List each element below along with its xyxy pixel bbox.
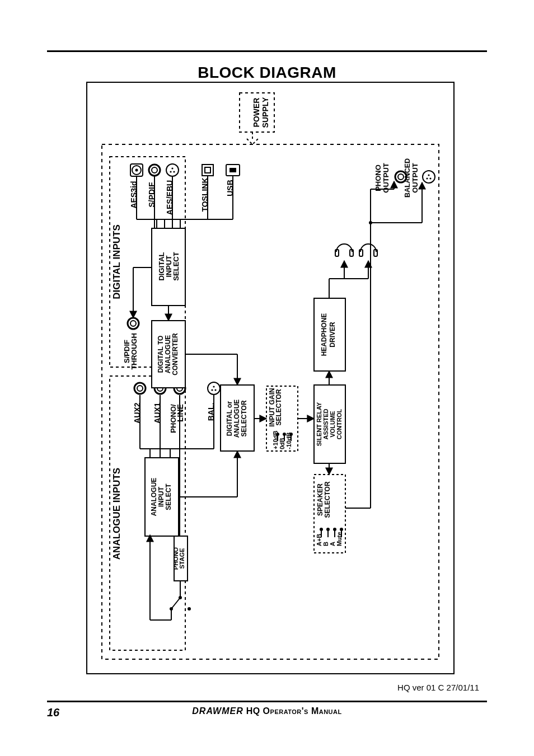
svg-text:A: A <box>329 542 336 546</box>
svg-point-39 <box>211 389 213 391</box>
svg-text:OUTPUT: OUTPUT <box>382 163 390 193</box>
svg-text:ANALOGUE: ANALOGUE <box>150 478 158 516</box>
svg-point-154 <box>423 171 435 183</box>
svg-point-15 <box>166 164 179 176</box>
svg-point-9 <box>135 169 138 172</box>
svg-text:INPUT: INPUT <box>157 486 165 507</box>
svg-text:DIGITAL or: DIGITAL or <box>226 401 233 436</box>
svg-text:SELECT: SELECT <box>172 252 180 280</box>
svg-text:BALANCED: BALANCED <box>404 158 411 198</box>
svg-point-91 <box>188 607 191 611</box>
svg-point-149 <box>398 174 404 180</box>
svg-text:SILENT RELAY: SILENT RELAY <box>316 402 322 446</box>
svg-point-16 <box>170 171 171 172</box>
svg-point-12 <box>149 165 160 176</box>
svg-text:HEADPHONE: HEADPHONE <box>320 313 328 356</box>
diagram-frame: POWER SUPPLY DIGITAL INPUTS AES3id S/PDI… <box>86 82 455 674</box>
svg-point-40 <box>214 389 216 391</box>
svg-text:CONVERTER: CONVERTER <box>171 333 179 375</box>
svg-text:ANALOGUE: ANALOGUE <box>233 400 241 438</box>
svg-point-157 <box>428 174 429 176</box>
svg-text:POWER: POWER <box>252 98 261 128</box>
svg-text:SUPPLY: SUPPLY <box>261 97 270 128</box>
svg-point-156 <box>429 177 431 179</box>
svg-text:VOLUME: VOLUME <box>329 411 336 437</box>
svg-text:THROUGH: THROUGH <box>130 333 138 370</box>
svg-text:Mute: Mute <box>336 532 343 546</box>
svg-text:DIGITAL TO: DIGITAL TO <box>157 336 165 373</box>
svg-text:STAGE: STAGE <box>179 548 185 569</box>
svg-text:+10dB: +10dB <box>272 431 279 449</box>
svg-text:0dB: 0dB <box>279 438 285 449</box>
svg-line-89 <box>171 598 180 609</box>
svg-text:-10dB: -10dB <box>285 432 292 449</box>
svg-text:OUTPUT: OUTPUT <box>411 163 419 193</box>
svg-text:A+B: A+B <box>316 534 322 546</box>
svg-text:CONTROL: CONTROL <box>336 409 343 440</box>
svg-text:SELECTOR: SELECTOR <box>324 481 331 518</box>
footer-brand: DRAWMER <box>192 706 243 716</box>
svg-point-155 <box>426 177 428 179</box>
svg-point-41 <box>213 386 214 387</box>
svg-text:SELECTOR: SELECTOR <box>275 389 283 425</box>
svg-point-38 <box>208 382 220 395</box>
footer-manual-text: HQ Operator's Manual <box>243 706 342 716</box>
svg-point-44 <box>128 318 139 329</box>
svg-point-160 <box>369 221 372 224</box>
svg-point-18 <box>171 167 173 169</box>
rule-top <box>47 50 487 52</box>
rule-bottom <box>47 701 487 702</box>
svg-point-29 <box>137 386 143 391</box>
svg-point-45 <box>130 321 136 326</box>
svg-text:B: B <box>322 542 329 546</box>
svg-text:SELECT: SELECT <box>165 483 172 510</box>
svg-point-13 <box>152 167 157 173</box>
footer-manual: DRAWMER HQ Operator's Manual <box>0 706 534 716</box>
svg-text:DRIVER: DRIVER <box>329 322 336 348</box>
svg-text:SPEAKER: SPEAKER <box>316 483 324 516</box>
svg-rect-21 <box>205 167 210 173</box>
svg-rect-24 <box>229 168 236 172</box>
svg-text:SELECTOR: SELECTOR <box>240 400 248 436</box>
svg-text:ANALOGUE INPUTS: ANALOGUE INPUTS <box>111 468 122 560</box>
page-title: BLOCK DIAGRAM <box>0 64 534 82</box>
svg-text:ANALOGUE: ANALOGUE <box>164 335 172 374</box>
svg-text:DIGITAL INPUTS: DIGITAL INPUTS <box>111 224 122 299</box>
svg-point-28 <box>134 383 146 394</box>
footer-version: HQ ver 01 C 27/01/11 <box>397 683 479 692</box>
svg-text:ASSISTED: ASSISTED <box>322 408 329 439</box>
svg-rect-20 <box>202 165 213 176</box>
block-diagram-svg: POWER SUPPLY DIGITAL INPUTS AES3id S/PDI… <box>87 83 453 673</box>
svg-text:PHONO: PHONO <box>374 165 382 191</box>
svg-point-17 <box>173 171 175 172</box>
